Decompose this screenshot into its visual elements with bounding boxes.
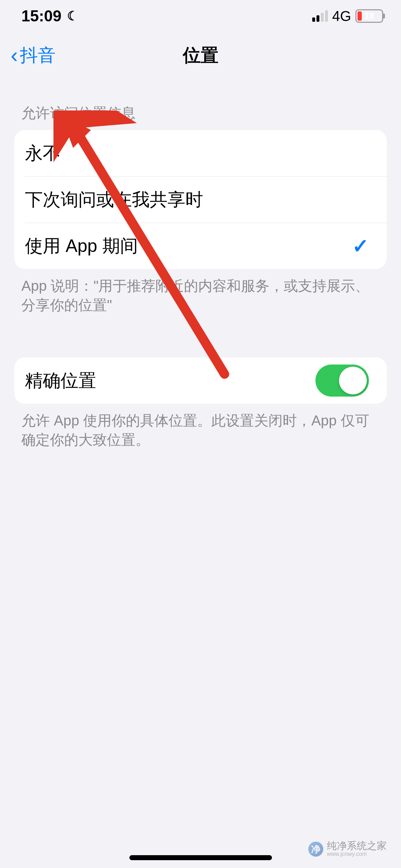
status-bar: 15:09 ☾ 4G 18 — [0, 0, 401, 32]
status-right: 4G 18 — [312, 8, 383, 24]
back-button[interactable]: ‹ 抖音 — [11, 43, 56, 67]
option-label: 永不 — [25, 141, 61, 165]
precise-location-row[interactable]: 精确位置 — [14, 357, 387, 404]
section-header-allow-access: 允许访问位置信息 — [0, 89, 401, 130]
chevron-left-icon: ‹ — [11, 45, 18, 66]
section-footer-precise: 允许 App 使用你的具体位置。此设置关闭时，App 仅可确定你的大致位置。 — [0, 404, 401, 460]
toggle-knob — [339, 367, 367, 394]
watermark-url: www.jcnwy.com — [327, 851, 387, 857]
location-options-group: 永不 下次询问或在我共享时 使用 App 期间 ✓ — [14, 130, 387, 269]
home-indicator[interactable] — [129, 855, 272, 860]
option-never[interactable]: 永不 — [14, 130, 387, 176]
battery-icon: 18 — [355, 9, 383, 23]
watermark-logo-icon: 净 — [308, 842, 323, 857]
network-type: 4G — [332, 8, 351, 24]
signal-icon — [312, 10, 328, 22]
status-time: 15:09 — [21, 7, 62, 25]
precise-location-group: 精确位置 — [14, 357, 387, 404]
back-label: 抖音 — [20, 43, 56, 67]
battery-percent: 18 — [356, 11, 382, 21]
option-ask-next-time[interactable]: 下次询问或在我共享时 — [14, 176, 387, 223]
section-footer-app-explanation: App 说明："用于推荐附近的内容和服务，或支持展示、分享你的位置" — [0, 269, 401, 325]
checkmark-icon: ✓ — [352, 234, 369, 258]
option-while-using[interactable]: 使用 App 期间 ✓ — [14, 223, 387, 269]
page-title: 位置 — [0, 43, 401, 67]
watermark: 净 纯净系统之家 www.jcnwy.com — [308, 841, 387, 857]
watermark-text: 纯净系统之家 — [327, 841, 387, 851]
option-label: 下次询问或在我共享时 — [25, 188, 203, 212]
nav-bar: ‹ 抖音 位置 — [0, 32, 401, 78]
precise-location-toggle[interactable] — [315, 365, 369, 397]
status-left: 15:09 ☾ — [21, 7, 78, 25]
do-not-disturb-icon: ☾ — [67, 9, 78, 24]
option-label: 使用 App 期间 — [25, 234, 138, 258]
precise-location-label: 精确位置 — [25, 369, 96, 393]
